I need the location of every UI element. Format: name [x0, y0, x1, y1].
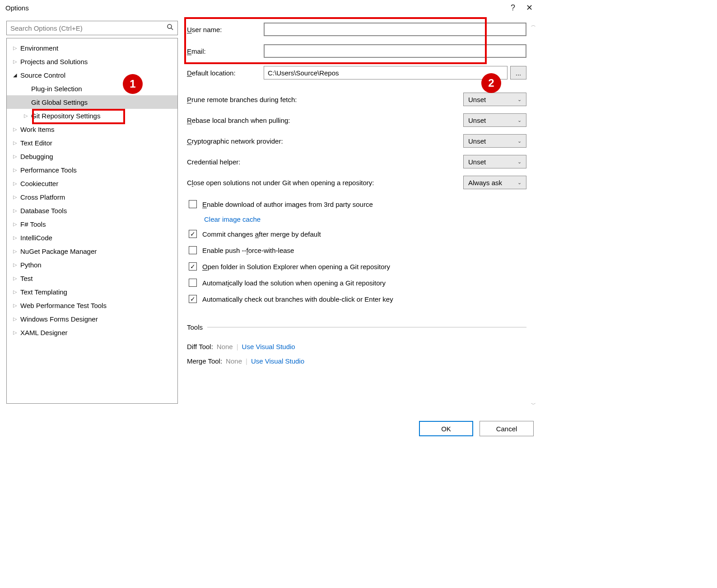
username-input[interactable]	[264, 23, 526, 36]
tree-item[interactable]: ◢Source Control	[7, 68, 177, 82]
tree-item-label: Environment	[20, 44, 58, 52]
closesoln-dropdown[interactable]: Always ask⌄	[463, 176, 526, 189]
chevron-right-icon[interactable]: ▷	[11, 59, 19, 65]
checkbox-icon[interactable]	[189, 200, 197, 208]
check-push-force[interactable]: Enable push --force-with-lease	[187, 242, 526, 258]
tree-item[interactable]: ▷XAML Designer	[7, 326, 177, 339]
checkbox-icon[interactable]	[189, 230, 197, 238]
tree-item-label: Performance Tools	[20, 166, 77, 174]
tree-item-label: Source Control	[20, 71, 65, 79]
tree-item[interactable]: ▷Performance Tools	[7, 163, 177, 177]
chevron-right-icon[interactable]: ▷	[11, 126, 19, 132]
chevron-right-icon[interactable]: ▷	[11, 208, 19, 214]
cancel-button[interactable]: Cancel	[480, 421, 534, 436]
credhelper-dropdown[interactable]: Unset⌄	[463, 155, 526, 168]
tree-item-label: Cross Platform	[20, 193, 65, 201]
close-icon[interactable]: ✕	[521, 3, 537, 13]
chevron-right-icon[interactable]: ▷	[11, 221, 19, 227]
tree-item[interactable]: ▷IntelliCode	[7, 231, 177, 244]
chevron-down-icon[interactable]: ◢	[11, 72, 19, 78]
email-input[interactable]	[264, 44, 526, 58]
options-tree[interactable]: ▷Environment▷Projects and Solutions◢Sour…	[6, 38, 178, 404]
window-title: Options	[5, 4, 29, 12]
chevron-right-icon[interactable]: ▷	[11, 194, 19, 200]
tree-item-label: Windows Forms Designer	[20, 315, 98, 323]
settings-panel: ︿ ﹀ User name: Email: Default location: …	[187, 21, 535, 404]
tree-item[interactable]: ▷Python	[7, 258, 177, 271]
check-label: Commit changes after merge by default	[202, 230, 321, 238]
tree-item[interactable]: ▷Database Tools	[7, 204, 177, 217]
chevron-right-icon[interactable]: ▷	[11, 262, 19, 268]
tree-item[interactable]: ▷Text Templating	[7, 285, 177, 299]
chevron-right-icon[interactable]: ▷	[11, 235, 19, 241]
checkbox-icon[interactable]	[189, 246, 197, 254]
search-box[interactable]	[6, 21, 178, 35]
clear-image-cache-link[interactable]: Clear image cache	[204, 215, 261, 223]
chevron-right-icon[interactable]: ▷	[22, 113, 29, 119]
check-label: Automatically check out branches with do…	[202, 295, 393, 303]
credhelper-label: Credential helper:	[187, 158, 463, 166]
search-input[interactable]	[10, 24, 167, 32]
email-label: Email:	[187, 47, 264, 55]
svg-point-0	[168, 24, 172, 28]
tree-item[interactable]: Plug-in Selection	[7, 82, 177, 95]
rebase-row: Rebase local branch when pulling: Unset⌄	[187, 111, 526, 129]
tree-item[interactable]: ▷Cross Platform	[7, 190, 177, 204]
prune-dropdown[interactable]: Unset⌄	[463, 93, 526, 106]
chevron-right-icon[interactable]: ▷	[11, 181, 19, 187]
checkbox-icon[interactable]	[189, 279, 197, 287]
rebase-dropdown[interactable]: Unset⌄	[463, 113, 526, 127]
check-open-folder[interactable]: Open folder in Solution Explorer when op…	[187, 258, 526, 275]
chevron-right-icon[interactable]: ▷	[11, 289, 19, 295]
tree-item[interactable]: ▷Debugging	[7, 149, 177, 163]
tree-item[interactable]: ▷Cookiecutter	[7, 177, 177, 190]
tree-item[interactable]: ▷Test	[7, 271, 177, 285]
chevron-right-icon[interactable]: ▷	[11, 316, 19, 322]
chevron-right-icon[interactable]: ▷	[11, 303, 19, 308]
check-auto-checkout[interactable]: Automatically check out branches with do…	[187, 291, 526, 307]
merge-tool-row: Merge Tool: None | Use Visual Studio	[187, 354, 526, 368]
tree-item[interactable]: ▷F# Tools	[7, 217, 177, 231]
tree-item[interactable]: ▷Work Items	[7, 122, 177, 136]
tree-item[interactable]: ▷Git Repository Settings	[7, 109, 177, 122]
checkbox-icon[interactable]	[189, 295, 197, 303]
check-author-images[interactable]: Enable download of author images from 3r…	[187, 196, 526, 212]
chevron-right-icon[interactable]: ▷	[11, 45, 19, 51]
diff-tool-row: Diff Tool: None | Use Visual Studio	[187, 339, 526, 354]
tree-item-label: Text Templating	[20, 288, 67, 296]
diff-use-vs-link[interactable]: Use Visual Studio	[242, 343, 295, 350]
tree-item[interactable]: ▷Projects and Solutions	[7, 55, 177, 68]
tree-item[interactable]: ▷Windows Forms Designer	[7, 312, 177, 326]
search-icon	[167, 23, 174, 33]
check-commit-after-merge[interactable]: Commit changes after merge by default	[187, 226, 526, 242]
browse-button[interactable]: ...	[510, 66, 526, 79]
tree-item[interactable]: ▷Environment	[7, 41, 177, 55]
tree-item[interactable]: ▷NuGet Package Manager	[7, 244, 177, 258]
svg-line-1	[171, 28, 173, 30]
chevron-right-icon[interactable]: ▷	[11, 330, 19, 336]
tree-item-label: Python	[20, 261, 42, 269]
tree-item[interactable]: Git Global Settings	[7, 95, 177, 109]
scroll-up-icon[interactable]: ︿	[529, 21, 537, 29]
default-location-input[interactable]: C:\Users\Source\Repos	[264, 66, 507, 79]
check-label: Open folder in Solution Explorer when op…	[202, 263, 390, 271]
chevron-right-icon[interactable]: ▷	[11, 275, 19, 281]
check-auto-load[interactable]: Automatically load the solution when ope…	[187, 275, 526, 291]
ok-button[interactable]: OK	[419, 421, 473, 436]
checkbox-icon[interactable]	[189, 262, 197, 271]
tree-item[interactable]: ▷Text Editor	[7, 136, 177, 149]
tree-item-label: Projects and Solutions	[20, 58, 88, 65]
chevron-down-icon: ⌄	[517, 138, 521, 144]
chevron-right-icon[interactable]: ▷	[11, 248, 19, 254]
titlebar: Options ? ✕	[0, 0, 542, 16]
help-icon[interactable]: ?	[505, 3, 521, 13]
chevron-right-icon[interactable]: ▷	[11, 167, 19, 173]
crypto-dropdown[interactable]: Unset⌄	[463, 134, 526, 148]
chevron-right-icon[interactable]: ▷	[11, 140, 19, 146]
email-row: Email:	[187, 42, 526, 60]
chevron-right-icon[interactable]: ▷	[11, 154, 19, 159]
merge-use-vs-link[interactable]: Use Visual Studio	[251, 357, 304, 365]
tree-item[interactable]: ▷Web Performance Test Tools	[7, 299, 177, 312]
check-label: Enable download of author images from 3r…	[202, 201, 373, 208]
scroll-down-icon[interactable]: ﹀	[529, 400, 537, 408]
